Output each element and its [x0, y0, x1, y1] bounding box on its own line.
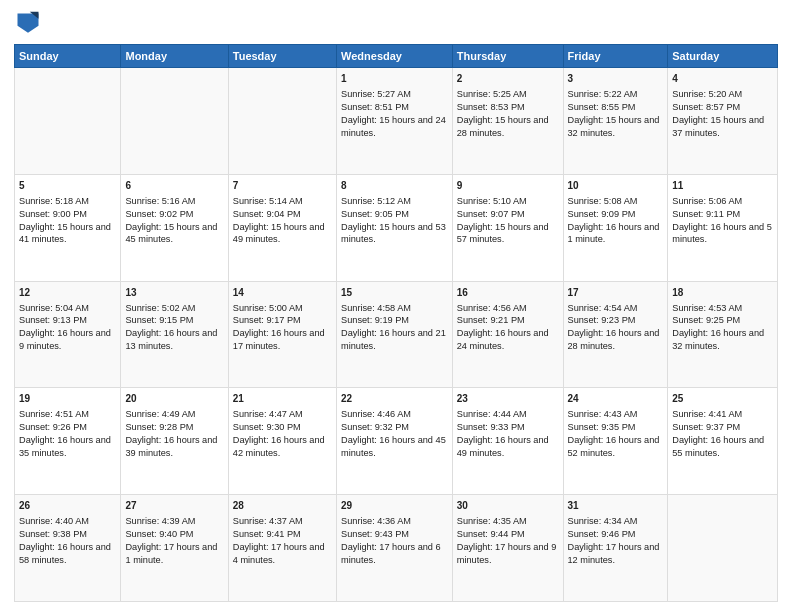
day-info: Sunrise: 5:27 AM Sunset: 8:51 PM Dayligh… — [341, 89, 446, 138]
calendar-cell: 27Sunrise: 4:39 AM Sunset: 9:40 PM Dayli… — [121, 495, 228, 602]
day-number: 22 — [341, 392, 448, 406]
col-header-saturday: Saturday — [668, 45, 778, 68]
calendar-cell: 19Sunrise: 4:51 AM Sunset: 9:26 PM Dayli… — [15, 388, 121, 495]
day-number: 28 — [233, 499, 332, 513]
calendar-cell: 2Sunrise: 5:25 AM Sunset: 8:53 PM Daylig… — [452, 68, 563, 175]
calendar-cell: 9Sunrise: 5:10 AM Sunset: 9:07 PM Daylig… — [452, 174, 563, 281]
day-info: Sunrise: 4:51 AM Sunset: 9:26 PM Dayligh… — [19, 409, 111, 458]
calendar-cell: 22Sunrise: 4:46 AM Sunset: 9:32 PM Dayli… — [337, 388, 453, 495]
day-number: 7 — [233, 179, 332, 193]
calendar-table: SundayMondayTuesdayWednesdayThursdayFrid… — [14, 44, 778, 602]
calendar-cell: 25Sunrise: 4:41 AM Sunset: 9:37 PM Dayli… — [668, 388, 778, 495]
header — [14, 10, 778, 38]
day-number: 9 — [457, 179, 559, 193]
day-info: Sunrise: 4:37 AM Sunset: 9:41 PM Dayligh… — [233, 516, 325, 565]
col-header-monday: Monday — [121, 45, 228, 68]
day-number: 6 — [125, 179, 223, 193]
calendar-body: 1Sunrise: 5:27 AM Sunset: 8:51 PM Daylig… — [15, 68, 778, 602]
calendar-week-1: 1Sunrise: 5:27 AM Sunset: 8:51 PM Daylig… — [15, 68, 778, 175]
calendar-cell: 15Sunrise: 4:58 AM Sunset: 9:19 PM Dayli… — [337, 281, 453, 388]
day-number: 26 — [19, 499, 116, 513]
calendar-cell — [121, 68, 228, 175]
calendar-cell: 14Sunrise: 5:00 AM Sunset: 9:17 PM Dayli… — [228, 281, 336, 388]
day-number: 4 — [672, 72, 773, 86]
day-number: 12 — [19, 286, 116, 300]
day-number: 30 — [457, 499, 559, 513]
calendar-cell: 26Sunrise: 4:40 AM Sunset: 9:38 PM Dayli… — [15, 495, 121, 602]
day-number: 1 — [341, 72, 448, 86]
calendar-cell — [668, 495, 778, 602]
day-number: 3 — [568, 72, 664, 86]
day-info: Sunrise: 4:46 AM Sunset: 9:32 PM Dayligh… — [341, 409, 446, 458]
day-number: 8 — [341, 179, 448, 193]
day-number: 23 — [457, 392, 559, 406]
calendar-week-3: 12Sunrise: 5:04 AM Sunset: 9:13 PM Dayli… — [15, 281, 778, 388]
day-number: 13 — [125, 286, 223, 300]
calendar-cell: 5Sunrise: 5:18 AM Sunset: 9:00 PM Daylig… — [15, 174, 121, 281]
day-number: 31 — [568, 499, 664, 513]
page: SundayMondayTuesdayWednesdayThursdayFrid… — [0, 0, 792, 612]
calendar-cell: 7Sunrise: 5:14 AM Sunset: 9:04 PM Daylig… — [228, 174, 336, 281]
col-header-friday: Friday — [563, 45, 668, 68]
calendar-cell: 18Sunrise: 4:53 AM Sunset: 9:25 PM Dayli… — [668, 281, 778, 388]
day-info: Sunrise: 4:41 AM Sunset: 9:37 PM Dayligh… — [672, 409, 764, 458]
day-info: Sunrise: 5:12 AM Sunset: 9:05 PM Dayligh… — [341, 196, 446, 245]
day-info: Sunrise: 4:35 AM Sunset: 9:44 PM Dayligh… — [457, 516, 557, 565]
day-number: 11 — [672, 179, 773, 193]
day-number: 5 — [19, 179, 116, 193]
calendar-cell: 12Sunrise: 5:04 AM Sunset: 9:13 PM Dayli… — [15, 281, 121, 388]
calendar-cell: 6Sunrise: 5:16 AM Sunset: 9:02 PM Daylig… — [121, 174, 228, 281]
day-info: Sunrise: 4:49 AM Sunset: 9:28 PM Dayligh… — [125, 409, 217, 458]
calendar-week-2: 5Sunrise: 5:18 AM Sunset: 9:00 PM Daylig… — [15, 174, 778, 281]
day-info: Sunrise: 5:10 AM Sunset: 9:07 PM Dayligh… — [457, 196, 549, 245]
calendar-cell: 13Sunrise: 5:02 AM Sunset: 9:15 PM Dayli… — [121, 281, 228, 388]
day-info: Sunrise: 4:44 AM Sunset: 9:33 PM Dayligh… — [457, 409, 549, 458]
day-number: 16 — [457, 286, 559, 300]
day-info: Sunrise: 5:14 AM Sunset: 9:04 PM Dayligh… — [233, 196, 325, 245]
day-number: 10 — [568, 179, 664, 193]
col-header-sunday: Sunday — [15, 45, 121, 68]
calendar-cell: 8Sunrise: 5:12 AM Sunset: 9:05 PM Daylig… — [337, 174, 453, 281]
day-info: Sunrise: 5:18 AM Sunset: 9:00 PM Dayligh… — [19, 196, 111, 245]
calendar-cell: 11Sunrise: 5:06 AM Sunset: 9:11 PM Dayli… — [668, 174, 778, 281]
day-number: 17 — [568, 286, 664, 300]
calendar-header-row: SundayMondayTuesdayWednesdayThursdayFrid… — [15, 45, 778, 68]
calendar-cell: 30Sunrise: 4:35 AM Sunset: 9:44 PM Dayli… — [452, 495, 563, 602]
calendar-cell: 28Sunrise: 4:37 AM Sunset: 9:41 PM Dayli… — [228, 495, 336, 602]
day-info: Sunrise: 5:20 AM Sunset: 8:57 PM Dayligh… — [672, 89, 764, 138]
day-info: Sunrise: 4:43 AM Sunset: 9:35 PM Dayligh… — [568, 409, 660, 458]
day-info: Sunrise: 5:08 AM Sunset: 9:09 PM Dayligh… — [568, 196, 660, 245]
day-number: 21 — [233, 392, 332, 406]
day-info: Sunrise: 4:34 AM Sunset: 9:46 PM Dayligh… — [568, 516, 660, 565]
calendar-cell: 3Sunrise: 5:22 AM Sunset: 8:55 PM Daylig… — [563, 68, 668, 175]
day-info: Sunrise: 4:40 AM Sunset: 9:38 PM Dayligh… — [19, 516, 111, 565]
day-info: Sunrise: 5:00 AM Sunset: 9:17 PM Dayligh… — [233, 303, 325, 352]
day-number: 25 — [672, 392, 773, 406]
calendar-cell: 24Sunrise: 4:43 AM Sunset: 9:35 PM Dayli… — [563, 388, 668, 495]
calendar-week-4: 19Sunrise: 4:51 AM Sunset: 9:26 PM Dayli… — [15, 388, 778, 495]
day-info: Sunrise: 4:53 AM Sunset: 9:25 PM Dayligh… — [672, 303, 764, 352]
day-info: Sunrise: 4:36 AM Sunset: 9:43 PM Dayligh… — [341, 516, 441, 565]
day-number: 2 — [457, 72, 559, 86]
day-info: Sunrise: 5:25 AM Sunset: 8:53 PM Dayligh… — [457, 89, 549, 138]
day-info: Sunrise: 4:54 AM Sunset: 9:23 PM Dayligh… — [568, 303, 660, 352]
col-header-thursday: Thursday — [452, 45, 563, 68]
day-info: Sunrise: 5:04 AM Sunset: 9:13 PM Dayligh… — [19, 303, 111, 352]
logo — [14, 10, 46, 38]
col-header-tuesday: Tuesday — [228, 45, 336, 68]
generalblue-logo-icon — [14, 10, 42, 38]
day-number: 18 — [672, 286, 773, 300]
day-info: Sunrise: 4:56 AM Sunset: 9:21 PM Dayligh… — [457, 303, 549, 352]
calendar-cell: 29Sunrise: 4:36 AM Sunset: 9:43 PM Dayli… — [337, 495, 453, 602]
day-info: Sunrise: 4:47 AM Sunset: 9:30 PM Dayligh… — [233, 409, 325, 458]
col-header-wednesday: Wednesday — [337, 45, 453, 68]
calendar-cell: 20Sunrise: 4:49 AM Sunset: 9:28 PM Dayli… — [121, 388, 228, 495]
day-info: Sunrise: 4:58 AM Sunset: 9:19 PM Dayligh… — [341, 303, 446, 352]
calendar-cell — [228, 68, 336, 175]
day-number: 24 — [568, 392, 664, 406]
day-info: Sunrise: 5:16 AM Sunset: 9:02 PM Dayligh… — [125, 196, 217, 245]
calendar-cell: 17Sunrise: 4:54 AM Sunset: 9:23 PM Dayli… — [563, 281, 668, 388]
day-info: Sunrise: 5:02 AM Sunset: 9:15 PM Dayligh… — [125, 303, 217, 352]
calendar-cell: 23Sunrise: 4:44 AM Sunset: 9:33 PM Dayli… — [452, 388, 563, 495]
calendar-cell — [15, 68, 121, 175]
